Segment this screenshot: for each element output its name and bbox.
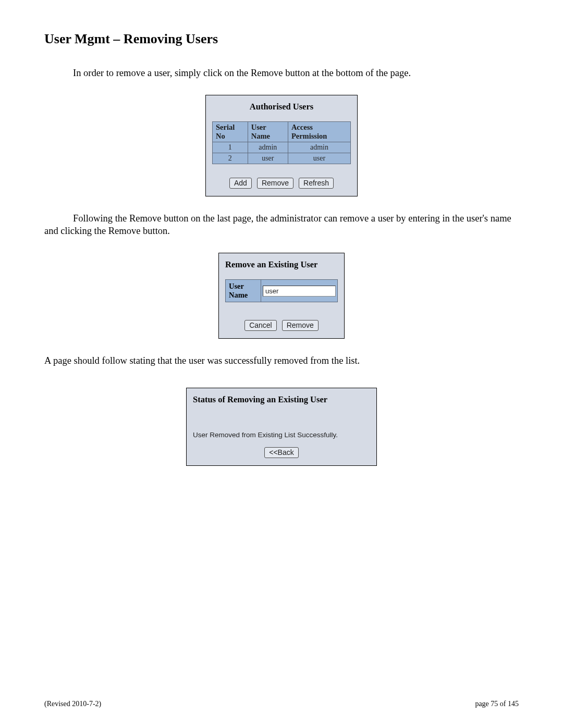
page-footer: (Revised 2010-7-2) page 75 of 145 bbox=[44, 700, 519, 708]
status-message: User Removed from Existing List Successf… bbox=[193, 431, 370, 439]
table-header-row: Serial No User Name Access Permission bbox=[213, 122, 351, 142]
cell-access: admin bbox=[288, 142, 350, 153]
paragraph-remove-instruction: Following the Remove button on the last … bbox=[44, 212, 519, 237]
footer-page-number: page 75 of 145 bbox=[475, 700, 519, 708]
authorised-users-table: Serial No User Name Access Permission 1 … bbox=[212, 121, 351, 164]
cell-access: user bbox=[288, 153, 350, 164]
paragraph-status-intro: A page should follow stating that the us… bbox=[44, 354, 519, 367]
back-button[interactable]: <<Back bbox=[264, 447, 298, 458]
authorised-users-panel: Authorised Users Serial No User Name Acc… bbox=[205, 95, 358, 196]
footer-revised: (Revised 2010-7-2) bbox=[44, 700, 101, 708]
col-access: Access Permission bbox=[288, 122, 350, 142]
paragraph-intro: In order to remove a user, simply click … bbox=[44, 67, 519, 79]
table-row[interactable]: 2 user user bbox=[213, 153, 351, 164]
page-title: User Mgmt – Removing Users bbox=[44, 31, 519, 47]
col-username: User Name bbox=[248, 122, 288, 142]
cancel-button[interactable]: Cancel bbox=[244, 320, 277, 331]
status-title: Status of Removing an Existing User bbox=[193, 394, 370, 405]
remove-user-panel: Remove an Existing User User Name Cancel… bbox=[218, 253, 345, 339]
username-label: User Name bbox=[226, 280, 261, 302]
cell-serial: 2 bbox=[213, 153, 248, 164]
authorised-users-title: Authorised Users bbox=[212, 102, 351, 112]
remove-button[interactable]: Remove bbox=[257, 178, 293, 189]
remove-user-title: Remove an Existing User bbox=[225, 260, 338, 270]
status-panel: Status of Removing an Existing User User… bbox=[186, 388, 377, 466]
remove-user-form: User Name bbox=[225, 279, 338, 302]
col-serial: Serial No bbox=[213, 122, 248, 142]
add-button[interactable]: Add bbox=[229, 178, 252, 189]
cell-serial: 1 bbox=[213, 142, 248, 153]
remove-confirm-button[interactable]: Remove bbox=[282, 320, 319, 331]
refresh-button[interactable]: Refresh bbox=[299, 178, 334, 189]
cell-username: user bbox=[248, 153, 288, 164]
username-input[interactable] bbox=[263, 286, 336, 297]
cell-username: admin bbox=[248, 142, 288, 153]
table-row[interactable]: 1 admin admin bbox=[213, 142, 351, 153]
